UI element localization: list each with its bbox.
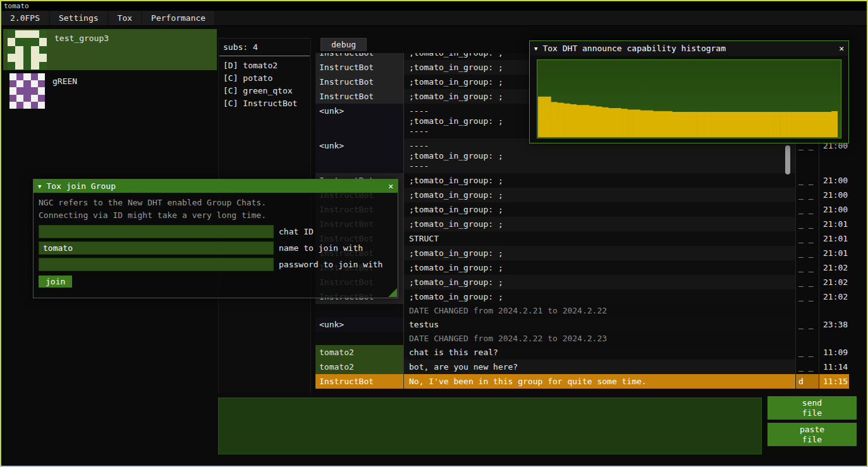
message-text: ;tomato_in_group: ; — [404, 260, 796, 275]
group-item-gREEN[interactable]: gREEN — [3, 72, 217, 110]
menu-bar: 2.0FPS SettingsToxPerformance — [1, 11, 867, 26]
sender-name: <unk> — [315, 317, 404, 332]
join-password-input[interactable] — [39, 258, 274, 271]
message-text: ;tomato_in_group: ; — [404, 202, 796, 217]
close-icon[interactable]: ✕ — [839, 44, 844, 53]
receipt-marks: _ _ — [796, 138, 819, 173]
chat-message-row[interactable]: tomato2chat is this real?_ _11:09 — [315, 345, 850, 360]
message-text: ;tomato_in_group: ; — [404, 275, 796, 289]
timestamp: 11:09 — [819, 345, 849, 360]
dht-histogram-titlebar[interactable]: ▼ Tox DHT announce capability histogram … — [530, 41, 848, 56]
collapse-icon[interactable]: ▼ — [38, 183, 41, 190]
timestamp: 21:00 — [819, 173, 849, 188]
window-title: tomato — [1, 1, 867, 11]
timestamp: 21:01 — [819, 217, 849, 231]
subs-count-label: subs: 4 — [219, 39, 310, 54]
join-group-body: NGC refers to the New DHT enabled Group … — [34, 193, 398, 291]
tab-debug[interactable]: debug — [321, 38, 367, 51]
fps-counter: 2.0FPS — [1, 11, 49, 25]
sender-name: InstructBot — [315, 75, 404, 89]
menu-item-tox[interactable]: Tox — [109, 11, 141, 25]
join-button[interactable]: join — [39, 276, 72, 288]
chat-id-label: chat ID — [279, 227, 314, 236]
chat-message-row[interactable]: <unk>testus_ _23:38 — [315, 317, 850, 332]
member-list-item[interactable]: [D] tomato2 — [219, 59, 310, 72]
sender-name — [315, 304, 404, 317]
sender-name: <unk> — [315, 104, 404, 138]
timestamp: 21:01 — [819, 246, 849, 260]
message-text: No, I've been in this group for quite so… — [404, 374, 796, 389]
sender-name — [315, 332, 404, 345]
receipt-marks: _ _ — [796, 317, 819, 332]
group-name: test_group3 — [54, 33, 109, 70]
timestamp: 21:02 — [819, 260, 849, 275]
close-icon[interactable]: ✕ — [388, 181, 393, 191]
timestamp: 21:00 — [819, 202, 849, 217]
message-input[interactable] — [218, 397, 762, 454]
chat-system-row[interactable]: DATE CHANGED from 2024.2.21 to 2024.2.22 — [315, 304, 850, 317]
chat-system-row[interactable]: DATE CHANGED from 2024.2.22 to 2024.2.23 — [315, 332, 850, 345]
sender-name: InstructBot — [315, 53, 404, 60]
app-window: tomato 2.0FPS SettingsToxPerformance tes… — [0, 0, 868, 467]
dht-histogram-title: Tox DHT announce capability histogram — [542, 44, 726, 53]
group-name: gREEN — [52, 76, 77, 110]
timestamp: 21:00 — [819, 188, 849, 202]
receipt-marks: _ _ — [796, 360, 819, 374]
group-item-test_group3[interactable]: test_group3 — [3, 29, 217, 70]
receipt-marks: _ _ — [796, 202, 819, 217]
receipt-marks: _ _ — [796, 246, 819, 260]
member-list-item[interactable]: [C] green_qtox — [219, 85, 310, 97]
receipt-marks: _ _ — [796, 173, 819, 188]
menu-item-settings[interactable]: Settings — [50, 11, 107, 25]
paste-file-label-line2: file — [802, 435, 822, 445]
timestamp — [819, 332, 849, 345]
join-group-titlebar[interactable]: ▼ Tox join Group ✕ — [34, 179, 398, 193]
timestamp: 21:00 — [819, 138, 849, 173]
receipt-marks: _ _ — [796, 260, 819, 275]
group-list: test_group3 gREEN — [3, 29, 217, 112]
chat-id-input[interactable] — [39, 225, 274, 238]
message-text: testus — [404, 317, 796, 332]
sender-name: InstructBot — [315, 60, 404, 75]
receipt-marks: _ _ — [796, 188, 819, 202]
chat-message-row[interactable]: InstructBotNo, I've been in this group f… — [315, 374, 850, 389]
receipt-marks — [796, 304, 819, 317]
timestamp: 21:01 — [819, 231, 849, 246]
menu-item-performance[interactable]: Performance — [142, 11, 214, 25]
receipt-marks: _ _ — [796, 217, 819, 231]
timestamp: 21:02 — [819, 275, 849, 289]
join-group-title: Tox join Group — [46, 181, 116, 191]
timestamp: 11:15 — [819, 374, 849, 389]
join-name-input[interactable] — [39, 241, 274, 255]
timestamp: 21:02 — [819, 289, 849, 304]
message-text: DATE CHANGED from 2024.2.22 to 2024.2.23 — [404, 332, 796, 345]
message-text: ;tomato_in_group: ; — [404, 246, 796, 260]
member-list: [D] tomato2[C] potato[C] green_qtox[C] I… — [219, 59, 310, 110]
join-group-window: ▼ Tox join Group ✕ NGC refers to the New… — [33, 179, 398, 298]
message-text: STRUCT — [404, 231, 796, 246]
dht-histogram-window: ▼ Tox DHT announce capability histogram … — [529, 40, 849, 143]
receipt-marks — [796, 332, 819, 345]
join-password-label: password to join with — [279, 260, 382, 269]
message-text: ;tomato_in_group: ; — [404, 217, 796, 231]
paste-file-button[interactable]: paste file — [767, 423, 857, 446]
paste-file-label-line1: paste — [800, 425, 824, 435]
chat-message-row[interactable]: <unk>---- ;tomato_in_group: ; ----_ _21:… — [315, 138, 850, 173]
send-file-button[interactable]: send file — [767, 396, 857, 420]
join-name-label: name to join with — [279, 243, 363, 253]
collapse-icon[interactable]: ▼ — [534, 45, 537, 52]
member-list-item[interactable]: [C] InstructBot — [219, 97, 310, 110]
receipt-marks: _ _ — [796, 345, 819, 360]
ngc-info-line: Connecting via ID might take a very long… — [39, 209, 393, 222]
message-text: bot, are you new here? — [404, 360, 796, 374]
message-text: ;tomato_in_group: ; — [404, 173, 796, 188]
timestamp: 11:14 — [819, 360, 849, 374]
histogram-plot — [537, 59, 841, 138]
sender-name: InstructBot — [315, 374, 404, 389]
chat-message-row[interactable]: tomato2bot, are you new here?_ _11:14 — [315, 360, 850, 374]
chat-scrollbar[interactable] — [785, 145, 790, 174]
receipt-marks: _ _ — [796, 289, 819, 304]
message-text: chat is this real? — [404, 345, 796, 360]
sender-name: <unk> — [315, 138, 404, 173]
member-list-item[interactable]: [C] potato — [219, 72, 310, 85]
